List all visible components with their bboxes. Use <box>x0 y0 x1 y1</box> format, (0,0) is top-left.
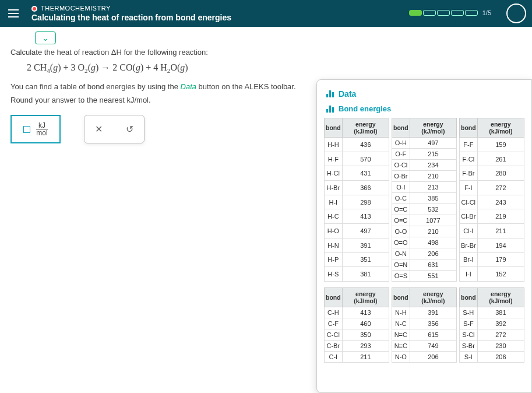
table-row: N≡C749 <box>392 341 457 352</box>
table-row: N-C356 <box>392 318 457 329</box>
progress-seg <box>451 10 464 16</box>
col-bond: bond <box>325 288 343 307</box>
progress-bar: 1/5 <box>409 9 491 16</box>
bond-cell: H-F <box>325 152 343 166</box>
table-row: Br-I179 <box>460 252 524 267</box>
energy-cell: 293 <box>342 341 389 352</box>
table-row: Cl-I211 <box>460 224 524 238</box>
table-row: F-I272 <box>460 181 524 195</box>
bond-energy-table: bondenergy (kJ/mol)O-H497O-F215O-Cl234O-… <box>392 118 457 282</box>
unit-fraction: kJ mol <box>36 122 48 136</box>
table-row: H-C413 <box>325 209 389 224</box>
menu-icon[interactable] <box>8 6 22 20</box>
bond-cell: N≡C <box>392 341 410 352</box>
reset-button[interactable]: ↺ <box>126 124 133 135</box>
bond-cell: S-I <box>460 352 478 363</box>
table-row: C-F460 <box>325 318 389 329</box>
chevron-down-icon: ⌄ <box>42 33 49 43</box>
bond-cell: F-I <box>460 181 478 195</box>
col-energy: energy (kJ/mol) <box>410 288 456 307</box>
bond-cell: O=C <box>392 204 410 215</box>
table-row: Cl-Cl243 <box>460 195 524 209</box>
table-row: H-H436 <box>325 138 389 152</box>
energy-cell: 391 <box>410 307 456 318</box>
energy-cell: 381 <box>342 267 389 282</box>
data-panel: Data Bond energies bondenergy (kJ/mol)H-… <box>316 79 532 393</box>
header-round-button[interactable] <box>506 3 526 23</box>
energy-cell: 272 <box>477 329 524 341</box>
answer-input-box[interactable]: kJ mol <box>10 115 61 143</box>
table-row: I-I152 <box>460 267 524 282</box>
question-line1: Calculate the heat of reaction ΔH for th… <box>10 48 522 57</box>
energy-cell: 215 <box>410 149 456 160</box>
energy-cell: 219 <box>477 209 524 224</box>
table-row: O=N631 <box>392 259 457 271</box>
clear-button[interactable]: ✕ <box>95 124 103 135</box>
bond-cell: C-H <box>325 307 343 318</box>
bar-chart-icon <box>326 106 334 113</box>
bond-cell: H-H <box>325 138 343 152</box>
bond-cell: F-F <box>460 138 478 152</box>
energy-cell: 213 <box>410 182 456 193</box>
table-row: H-F570 <box>325 152 389 166</box>
bond-cell: Cl-Br <box>460 209 478 224</box>
bond-energy-table: bondenergy (kJ/mol)H-H436H-F570H-Cl431H-… <box>324 118 389 282</box>
progress-seg <box>423 10 436 16</box>
energy-cell: 159 <box>477 138 524 152</box>
bond-cell: S-F <box>460 318 478 329</box>
energy-cell: 391 <box>342 238 389 252</box>
collapse-toggle[interactable]: ⌄ <box>35 31 56 44</box>
table-row: H-Cl431 <box>325 166 389 181</box>
table-row: O=C532 <box>392 204 457 215</box>
record-dot-icon <box>31 6 37 12</box>
bar-chart-icon <box>326 90 334 97</box>
bond-cell: O-Br <box>392 171 410 182</box>
table-row: O-H497 <box>392 138 457 149</box>
table-row: F-Br280 <box>460 166 524 181</box>
bond-cell: H-P <box>325 252 343 267</box>
energy-cell: 436 <box>342 138 389 152</box>
bond-cell: H-O <box>325 224 343 238</box>
bond-cell: S-Cl <box>460 329 478 341</box>
table-row: S-Cl272 <box>460 329 524 341</box>
bond-tables: bondenergy (kJ/mol)H-H436H-F570H-Cl431H-… <box>322 118 527 380</box>
energy-cell: 381 <box>477 307 524 318</box>
energy-cell: 194 <box>477 238 524 252</box>
table-row: S-F392 <box>460 318 524 329</box>
energy-cell: 206 <box>477 352 524 363</box>
bond-energy-table: bondenergy (kJ/mol)S-H381S-F392S-Cl272S-… <box>459 287 524 363</box>
energy-cell: 1077 <box>410 215 456 226</box>
energy-cell: 615 <box>410 329 456 341</box>
energy-cell: 392 <box>477 318 524 329</box>
bond-cell: C-F <box>325 318 343 329</box>
table-row: F-F159 <box>460 138 524 152</box>
energy-cell: 551 <box>410 271 456 282</box>
bond-cell: O≡C <box>392 215 410 226</box>
table-row: H-S381 <box>325 267 389 282</box>
table-row: O-F215 <box>392 149 457 160</box>
energy-cell: 351 <box>342 252 389 267</box>
col-energy: energy (kJ/mol) <box>410 118 456 138</box>
table-row: O-N206 <box>392 248 457 259</box>
bond-cell: O=O <box>392 237 410 248</box>
app-header: THERMOCHEMISTRY Calculating the heat of … <box>0 0 532 27</box>
energy-cell: 385 <box>410 193 456 204</box>
bond-cell: N=C <box>392 329 410 341</box>
bond-cell: S-Br <box>460 341 478 352</box>
bond-cell: Cl-I <box>460 224 478 238</box>
table-row: C-I211 <box>325 352 389 363</box>
bond-cell: O-F <box>392 149 410 160</box>
col-bond: bond <box>392 288 410 307</box>
reaction-equation: 2 CH4(g) + 3 O2(g) → 2 CO(g) + 4 H2O(g) <box>27 62 522 74</box>
table-row: F-Cl261 <box>460 152 524 166</box>
bond-cell: F-Cl <box>460 152 478 166</box>
bond-cell: S-H <box>460 307 478 318</box>
table-row: C-H413 <box>325 307 389 318</box>
col-bond: bond <box>460 288 478 307</box>
table-row: H-N391 <box>325 238 389 252</box>
energy-cell: 631 <box>410 259 456 271</box>
bond-cell: C-Cl <box>325 329 343 341</box>
energy-cell: 243 <box>477 195 524 209</box>
energy-cell: 234 <box>410 160 456 171</box>
energy-cell: 206 <box>410 352 456 363</box>
